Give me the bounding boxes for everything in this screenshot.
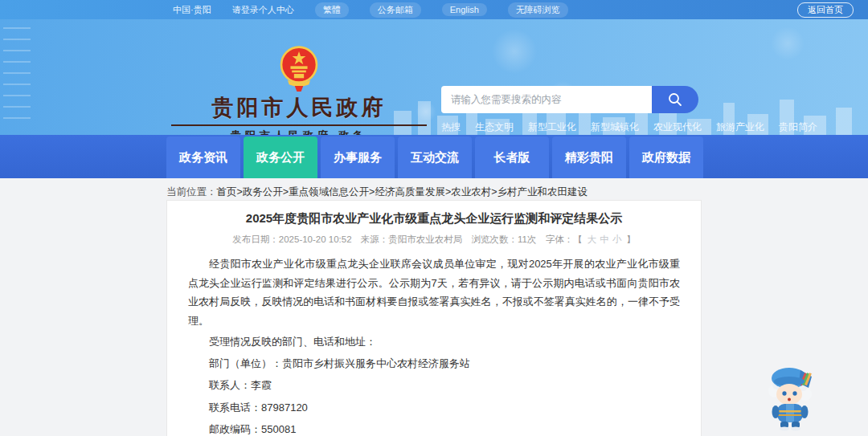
topbar-link-china-guiyang[interactable]: 中国·贵阳 (173, 4, 211, 16)
nav-tab-highlights[interactable]: 精彩贵阳 (552, 137, 626, 178)
font-large-button[interactable]: 大 (588, 234, 597, 244)
logo-divider (171, 124, 427, 126)
nav-tab-services[interactable]: 办事服务 (321, 137, 395, 178)
main-navigation: 政务资讯 政务公开 办事服务 互动交流 长者版 精彩贵阳 政府数据 (0, 135, 868, 178)
breadcrumb-path[interactable]: 首页>政务公开>重点领域信息公开>经济高质量发展>农业农村>乡村产业和农田建设 (217, 186, 588, 198)
breadcrumb[interactable]: 当前位置：首页>政务公开>重点领域信息公开>经济高质量发展>农业农村>乡村产业和… (166, 185, 588, 199)
font-small-button[interactable]: 小 (612, 234, 622, 244)
font-size-label-close: 】 (626, 234, 636, 244)
content-area: 当前位置：首页>政务公开>重点领域信息公开>经济高质量发展>农业农村>乡村产业和… (0, 178, 868, 436)
topbar-link-english[interactable]: English (442, 3, 487, 16)
top-utility-bar: 中国·贵阳 请登录个人中心 繁體 公务邮箱 English 无障碍浏览 返回首页 (0, 0, 868, 19)
view-count: 浏览次数：11次 (472, 234, 537, 244)
topbar-link-accessibility[interactable]: 无障碍浏览 (508, 2, 568, 18)
national-emblem-icon (277, 45, 321, 92)
article-title: 2025年度贵阳市农业产业化市级重点龙头企业运行监测和评定结果公示 (188, 211, 680, 226)
nav-tab-data[interactable]: 政府数据 (629, 137, 703, 178)
article-line-contact-person: 联系人：李霞 (188, 374, 680, 396)
nav-tab-senior[interactable]: 长者版 (475, 137, 549, 178)
topbar-link-login[interactable]: 请登录个人中心 (232, 4, 294, 16)
nav-tab-gov-affairs[interactable]: 政务公开 (244, 137, 317, 178)
article-body-paragraph: 经贵阳市农业产业化市级重点龙头企业联席会议成员单位审定，现对2025年开展的农业… (188, 255, 680, 331)
topbar-link-traditional[interactable]: 繁體 (315, 2, 349, 18)
font-size-label: 字体：【 (546, 234, 583, 244)
search-icon (667, 92, 683, 108)
article-line-department: 部门（单位）：贵阳市乡村振兴服务中心农村经济服务站 (188, 352, 680, 374)
search-input[interactable] (441, 86, 652, 113)
mascot-assistant-icon[interactable] (765, 361, 815, 431)
nav-tab-news[interactable]: 政务资讯 (166, 137, 240, 178)
nav-tab-interaction[interactable]: 互动交流 (398, 137, 472, 178)
breadcrumb-label: 当前位置： (166, 186, 217, 198)
article-line: 受理情况反映的部门、电话和地址： (188, 331, 680, 352)
topbar-links: 中国·贵阳 请登录个人中心 繁體 公务邮箱 English 无障碍浏览 (0, 2, 568, 18)
return-home-button[interactable]: 返回首页 (797, 2, 854, 18)
article-card: 2025年度贵阳市农业产业化市级重点龙头企业运行监测和评定结果公示 发布日期：2… (166, 200, 702, 436)
site-banner: 贵阳市人民政府 贵阳市人民政府.政务 www.guiyang.gov.cn 热搜… (0, 19, 868, 135)
search-button[interactable] (652, 86, 698, 113)
font-medium-button[interactable]: 中 (600, 234, 609, 244)
publish-date: 发布日期：2025-10-20 10:52 (232, 234, 351, 244)
site-title: 贵阳市人民政府 (166, 93, 432, 122)
article-line-phone: 联系电话：87987120 (188, 397, 680, 418)
banner-decor-lines (3, 27, 31, 124)
article-line-postcode: 邮政编码：550081 (188, 418, 680, 436)
article-meta: 发布日期：2025-10-20 10:52 来源：贵阳市农业农村局 浏览次数：1… (188, 234, 680, 246)
article-source: 来源：贵阳市农业农村局 (361, 234, 463, 244)
topbar-link-mail[interactable]: 公务邮箱 (370, 2, 421, 18)
